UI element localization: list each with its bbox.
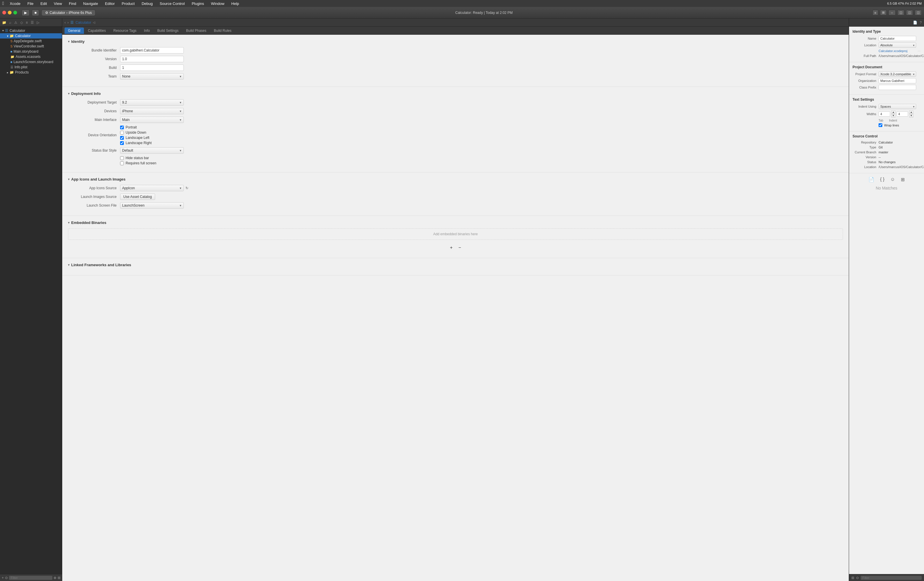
add-file-button[interactable]: + <box>2 576 4 580</box>
hide-status-bar-label[interactable]: Hide status bar <box>125 156 149 160</box>
inspector-file-icon[interactable]: 📄 <box>913 21 917 25</box>
landscape-right-checkbox[interactable] <box>120 141 124 145</box>
tab-width-decrement[interactable]: ▼ <box>891 114 895 117</box>
tree-item-infoplist[interactable]: ☰ Info.plist <box>0 64 62 70</box>
menubar-plugins[interactable]: Plugins <box>190 1 205 7</box>
close-button[interactable] <box>2 11 6 15</box>
test-nav-icon[interactable]: ◇ <box>20 20 24 25</box>
search-nav-icon[interactable]: ⌕ <box>8 20 12 25</box>
portrait-checkbox[interactable] <box>120 125 124 129</box>
inspector-toggle-button[interactable]: ◫ <box>915 10 922 15</box>
landscape-left-checkbox[interactable] <box>120 136 124 140</box>
warning-nav-icon[interactable]: ⚠ <box>13 20 18 25</box>
stop-button[interactable]: ■ <box>32 10 39 16</box>
devices-select[interactable]: iPhone <box>120 108 184 114</box>
inspector-new-file-icon[interactable]: 📄 <box>867 176 876 183</box>
remove-binary-button[interactable]: − <box>457 244 463 251</box>
bundle-identifier-input[interactable] <box>120 47 184 53</box>
run-button[interactable]: ▶ <box>22 10 30 16</box>
tree-item-calculator-root[interactable]: ▾ ☰ Calculator <box>0 28 62 33</box>
navigator-toggle-button[interactable]: ◫ <box>898 10 904 15</box>
tree-item-appdelegate[interactable]: S AppDelegate.swift <box>0 38 62 44</box>
launch-screen-file-select[interactable]: LaunchScreen <box>120 202 184 209</box>
app-icons-section-header[interactable]: ▾ App Icons and Launch Images <box>68 177 843 182</box>
report-nav-icon[interactable]: ▷ <box>36 20 40 25</box>
requires-full-screen-label[interactable]: Requires full screen <box>125 161 156 165</box>
upsidedown-label[interactable]: Upside Down <box>125 130 146 135</box>
inspector-curly-braces-icon[interactable]: { } <box>878 176 886 183</box>
inspector-indent-width-input[interactable] <box>896 111 908 117</box>
landscape-left-label[interactable]: Landscape Left <box>125 136 149 140</box>
inspector-filter-icon[interactable]: ⊙ <box>856 576 859 580</box>
editor-version-button[interactable]: ↔ <box>888 10 896 15</box>
menubar-xcode[interactable]: Xcode <box>9 1 22 7</box>
menubar-view[interactable]: View <box>53 1 63 7</box>
disclosure-icon[interactable]: ▾ <box>7 35 8 38</box>
tree-item-calculator-folder[interactable]: ▾ 📁 Calculator <box>0 33 62 38</box>
folder-nav-icon[interactable]: 📁 <box>1 20 7 25</box>
forward-button[interactable]: › <box>68 21 69 25</box>
scheme-selector[interactable]: ⚙ Calculator › iPhone 6s Plus <box>41 10 96 16</box>
app-icons-source-select[interactable]: AppIcon <box>120 185 184 191</box>
inspector-table-icon[interactable]: ⊞ <box>899 176 906 183</box>
tab-build-rules[interactable]: Build Rules <box>210 28 235 34</box>
menubar-source-control[interactable]: Source Control <box>158 1 186 7</box>
menubar-edit[interactable]: Edit <box>40 1 48 7</box>
inspector-grid-icon[interactable]: ⊞ <box>851 576 854 580</box>
linked-frameworks-header[interactable]: ▾ Linked Frameworks and Libraries <box>68 263 843 267</box>
tree-item-main-storyboard[interactable]: ■ Main.storyboard <box>0 49 62 54</box>
tree-item-products[interactable]: ▸ 📁 Products <box>0 70 62 75</box>
inspector-indent-using-select[interactable]: Spaces <box>879 104 916 109</box>
menubar-product[interactable]: Product <box>120 1 136 7</box>
landscape-right-label[interactable]: Landscape Right <box>125 141 152 145</box>
add-binary-button[interactable]: + <box>448 244 454 251</box>
tab-info[interactable]: Info <box>141 28 153 34</box>
deployment-section-header[interactable]: ▾ Deployment Info <box>68 91 843 96</box>
tab-resource-tags[interactable]: Resource Tags <box>110 28 140 34</box>
hide-status-bar-checkbox[interactable] <box>120 156 124 160</box>
deployment-target-select[interactable]: 9.2 <box>120 99 184 106</box>
nav-recent-icon[interactable]: ⊕ <box>54 576 56 580</box>
wrap-lines-label[interactable]: Wrap lines <box>884 124 899 127</box>
tab-width-increment[interactable]: ▲ <box>891 111 895 114</box>
status-bar-style-select[interactable]: Default <box>120 147 184 154</box>
breakpoint-nav-icon[interactable]: ☰ <box>30 20 35 25</box>
menubar-file[interactable]: File <box>26 1 35 7</box>
inspector-tab-width-input[interactable] <box>879 111 890 117</box>
inspector-organization-input[interactable] <box>879 78 916 83</box>
menubar-debug[interactable]: Debug <box>140 1 153 7</box>
requires-full-screen-checkbox[interactable] <box>120 162 124 165</box>
wrap-lines-checkbox[interactable] <box>879 123 882 127</box>
portrait-label[interactable]: Portrait <box>125 125 137 129</box>
editor-breadcrumb[interactable]: Calculator <box>76 21 91 25</box>
disclosure-products[interactable]: ▸ <box>7 71 8 74</box>
menubar-help[interactable]: Help <box>230 1 240 7</box>
debug-nav-icon[interactable]: ≡ <box>25 20 29 25</box>
inspector-filter-input[interactable] <box>861 576 922 580</box>
editor-assistant-button[interactable]: ⊞ <box>880 10 887 15</box>
team-select[interactable]: None <box>120 73 184 79</box>
minimize-button[interactable] <box>8 11 12 15</box>
use-asset-catalog-button[interactable]: Use Asset Catalog <box>120 193 155 200</box>
version-input[interactable] <box>120 56 184 62</box>
embedded-binaries-section-header[interactable]: ▾ Embedded Binaries <box>68 221 843 225</box>
tab-capabilities[interactable]: Capabilities <box>84 28 109 34</box>
main-interface-select[interactable]: Main <box>120 117 184 123</box>
maximize-button[interactable] <box>13 11 17 15</box>
menubar-window[interactable]: Window <box>210 1 225 7</box>
debug-toggle-button[interactable]: ◫ <box>906 10 913 15</box>
tree-item-viewcontroller[interactable]: S ViewController.swift <box>0 44 62 49</box>
indent-width-increment[interactable]: ▲ <box>909 111 913 114</box>
inspector-class-prefix-input[interactable] <box>879 85 916 90</box>
inspector-location-select[interactable]: Absolute <box>879 43 916 48</box>
menubar-navigate[interactable]: Navigate <box>82 1 99 7</box>
menubar-editor[interactable]: Editor <box>104 1 116 7</box>
upsidedown-checkbox[interactable] <box>120 131 124 135</box>
app-icons-refresh-icon[interactable]: ↻ <box>185 186 188 190</box>
menubar-find[interactable]: Find <box>68 1 77 7</box>
disclosure-icon[interactable]: ▾ <box>2 29 4 32</box>
indent-width-decrement[interactable]: ▼ <box>909 114 913 117</box>
inspector-smiley-icon[interactable]: ☺ <box>888 176 896 183</box>
identity-section-header[interactable]: ▾ Identity <box>68 40 843 44</box>
tree-item-launchscreen[interactable]: ■ LaunchScreen.storyboard <box>0 59 62 64</box>
